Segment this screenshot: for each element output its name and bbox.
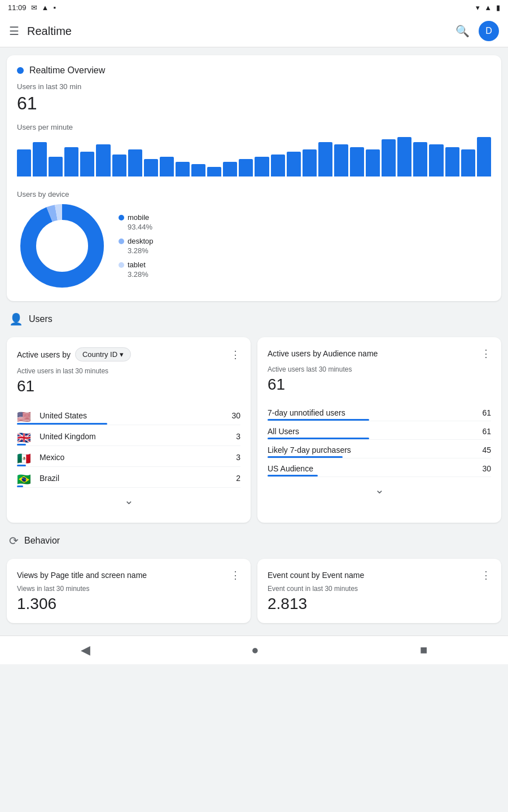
event-value: 2.813 [268,595,491,613]
country-flag: 🇬🇧 [17,431,33,442]
chart-bar [223,162,237,176]
legend-mobile: mobile 93.44% [119,213,154,231]
audience-name: 7-day unnotified users [268,408,482,417]
audience-expand-button[interactable]: ⌄ [268,477,491,502]
signal-icon: ▲ [484,3,492,12]
audience-name: All Users [268,427,482,436]
drive-icon: ▲ [42,3,49,12]
country-expand-button[interactable]: ⌄ [17,488,240,513]
audience-count: 45 [482,445,491,454]
users-by-device-section: Users by device [17,190,491,291]
chart-bar [366,149,380,176]
audience-count: 61 [268,376,491,394]
active-users-audience-card: Active users by Audience name ⋮ Active u… [257,337,501,523]
audience-list: 7-day unnotified users 61 All Users 61 L… [268,403,491,477]
realtime-overview-title: Realtime Overview [29,65,105,76]
users-per-minute-label: Users per minute [17,123,491,131]
chart-bar [207,167,221,177]
chart-bar [429,144,443,176]
event-card-title: Event count by Event name [268,571,364,580]
top-bar-right: 🔍 D [456,21,499,41]
avatar[interactable]: D [479,21,499,41]
donut-svg [17,201,107,291]
chevron-down-icon: ⌄ [375,483,384,496]
chart-bar [477,137,491,176]
country-name: United Kingdom [40,432,236,441]
country-count: 2 [236,474,240,483]
chart-bar [271,155,285,176]
chart-bar [176,162,190,176]
realtime-overview-header: Realtime Overview [17,65,491,76]
audience-bar [268,438,369,439]
behavior-section-title: Behavior [24,536,60,546]
event-count-card: Event count by Event name ⋮ Event count … [257,559,501,623]
audience-name: Likely 7-day purchasers [268,445,482,454]
event-subtitle: Event count in last 30 minutes [268,585,491,593]
behavior-icon: ⟳ [9,534,19,548]
country-row: 🇲🇽 Mexico 3 [17,446,240,467]
users-per-minute-section: Users per minute [17,123,491,179]
chart-bar [64,147,78,177]
users-per-minute-chart [17,134,491,179]
recents-button[interactable]: ■ [420,643,427,657]
main-content: Realtime Overview Users in last 30 min 6… [0,47,508,631]
views-more-button[interactable]: ⋮ [230,569,240,581]
desktop-pct: 3.28% [128,246,154,255]
desktop-dot [119,239,124,244]
views-card-title: Views by Page title and screen name [17,571,147,580]
audience-bar [268,475,318,476]
country-row: 🇺🇸 United States 30 [17,404,240,425]
mobile-dot [119,215,124,220]
country-count: 3 [236,453,240,462]
active-users-by-label: Active users by [17,350,71,359]
gmail-icon: ✉ [31,3,37,12]
chart-bar [318,142,332,176]
audience-count: 61 [482,427,491,436]
users-count: 61 [17,93,491,114]
status-time: 11:09 [8,3,27,12]
top-bar-left: ☰ Realtime [9,24,72,38]
chart-bar [96,144,110,176]
status-left: 11:09 ✉ ▲ ▪ [8,3,56,12]
views-value: 1.306 [17,595,240,613]
chart-bar [80,152,94,176]
chart-bar [49,157,63,176]
audience-more-button[interactable]: ⋮ [481,347,491,360]
country-row: 🇧🇷 Brazil 2 [17,467,240,488]
chart-bar [334,144,348,176]
country-count: 30 [231,411,240,420]
menu-button[interactable]: ☰ [9,24,19,38]
event-more-button[interactable]: ⋮ [481,569,491,581]
blue-dot-icon [17,67,24,74]
active-users-by-row: Active users by Country ID ▾ [17,347,131,361]
country-dropdown[interactable]: Country ID ▾ [75,347,131,361]
country-list: 🇺🇸 United States 30 🇬🇧 United Kingdom 3 … [17,404,240,488]
active-users-country-card: Active users by Country ID ▾ ⋮ Active us… [7,337,251,523]
country-more-button[interactable]: ⋮ [230,348,240,361]
donut-section: mobile 93.44% desktop 3.28% [17,201,491,291]
battery-icon: ▪ [53,3,56,12]
status-right: ▾ ▲ ▮ [476,3,500,12]
search-icon[interactable]: 🔍 [456,24,470,38]
country-bar [17,486,23,487]
realtime-overview-card: Realtime Overview Users in last 30 min 6… [7,55,501,301]
back-button[interactable]: ◀ [81,643,90,657]
active-users-row: Active users by Country ID ▾ ⋮ Active us… [7,337,501,523]
chart-bar [350,147,364,177]
home-button[interactable]: ● [251,643,259,657]
audience-row: Likely 7-day purchasers 45 [268,440,491,458]
audience-card-title-row: Active users by Audience name ⋮ [268,347,491,360]
behavior-section-header: ⟳ Behavior [7,531,501,551]
legend-tablet: tablet 3.28% [119,261,154,279]
chart-bar [445,147,459,177]
views-subtitle: Views in last 30 minutes [17,585,240,593]
chart-bar [413,142,427,176]
audience-subtitle: Active users last 30 minutes [268,365,491,373]
country-row: 🇬🇧 United Kingdom 3 [17,425,240,446]
chart-bar [397,137,411,176]
wifi-icon: ▾ [476,3,480,12]
audience-bar [268,419,369,421]
page-title: Realtime [27,25,72,38]
country-flag: 🇲🇽 [17,452,33,463]
legend-desktop: desktop 3.28% [119,237,154,255]
